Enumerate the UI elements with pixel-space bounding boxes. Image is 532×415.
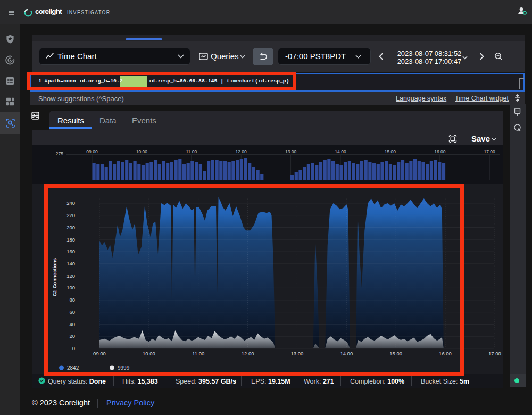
svg-text:275: 275 [56, 151, 63, 156]
svg-text:09:00: 09:00 [86, 149, 98, 154]
svg-text:10:00: 10:00 [136, 149, 148, 154]
svg-text:14:00: 14:00 [335, 149, 346, 154]
svg-text:17:00: 17:00 [484, 149, 496, 154]
svg-text:16:00: 16:00 [434, 149, 446, 154]
svg-text:15:00: 15:00 [385, 149, 396, 154]
svg-text:11:00: 11:00 [186, 149, 197, 154]
svg-text:12:00: 12:00 [236, 149, 247, 154]
svg-text:17:00: 17:00 [488, 351, 501, 356]
svg-text:13:00: 13:00 [285, 149, 297, 154]
